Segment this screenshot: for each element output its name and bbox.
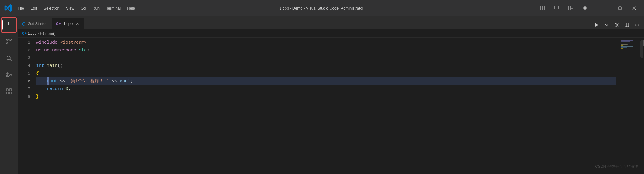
svg-rect-1 <box>543 6 544 10</box>
minimap-content <box>621 40 637 50</box>
breadcrumb-icon: C+ <box>22 31 27 36</box>
menu-selection[interactable]: Selection <box>41 5 62 12</box>
code-line-5: { <box>36 70 616 77</box>
menu-file[interactable]: File <box>15 5 27 12</box>
line-num-6: 6 <box>18 77 30 85</box>
menu-go[interactable]: Go <box>78 5 89 12</box>
code-line-7: return 0; <box>36 85 616 93</box>
menu-run[interactable]: Run <box>89 5 102 12</box>
svg-rect-3 <box>555 10 559 10</box>
vscode-logo <box>3 3 14 13</box>
editor-area: ⬡ Get Started C+ 1.cpp ✕ <box>18 16 644 174</box>
activity-search[interactable] <box>1 50 17 66</box>
menu-terminal[interactable]: Terminal <box>103 5 124 12</box>
breadcrumb-function[interactable]: main() <box>45 31 55 36</box>
svg-marker-24 <box>8 73 11 77</box>
svg-rect-15 <box>6 22 8 25</box>
layout-panel-btn[interactable] <box>536 3 549 13</box>
tab-label-cpp: 1.cpp <box>63 21 73 26</box>
line-num-4: 4 <box>18 62 30 70</box>
tab-bar: ⬡ Get Started C+ 1.cpp ✕ <box>18 16 644 29</box>
tab-close-button[interactable]: ✕ <box>75 21 80 27</box>
line-num-8: 8 <box>18 93 30 101</box>
tab-label-get-started: Get Started <box>28 21 47 26</box>
activity-extensions[interactable] <box>1 84 17 99</box>
svg-rect-8 <box>585 6 587 8</box>
menu-bar: File Edit Selection View Go Run Terminal… <box>15 5 536 12</box>
breadcrumb-symbol-icon: ⬡ <box>40 31 44 36</box>
code-editor[interactable]: 1 2 3 4 5 6 7 8 #include <iostream> usin… <box>18 38 644 174</box>
svg-rect-16 <box>9 23 12 28</box>
split-editor-button[interactable] <box>623 21 631 29</box>
scrollbar[interactable] <box>640 38 644 174</box>
layout-split-btn[interactable] <box>564 3 578 13</box>
more-actions-button[interactable] <box>633 21 641 29</box>
svg-rect-2 <box>555 6 559 9</box>
close-button[interactable] <box>627 3 641 13</box>
svg-point-37 <box>637 25 637 26</box>
svg-rect-0 <box>540 6 542 10</box>
layout-editor-btn[interactable] <box>550 3 563 13</box>
menu-edit[interactable]: Edit <box>28 5 40 12</box>
svg-rect-6 <box>571 9 573 10</box>
line-num-3: 3 <box>18 54 30 62</box>
tab-run-area <box>589 21 644 29</box>
svg-line-23 <box>10 59 12 61</box>
tab-cpp-file[interactable]: C+ 1.cpp ✕ <box>52 18 84 29</box>
svg-rect-10 <box>585 8 587 10</box>
svg-rect-12 <box>619 7 621 10</box>
svg-rect-9 <box>583 8 585 10</box>
svg-rect-31 <box>9 92 12 94</box>
line-num-5: 5 <box>18 70 30 77</box>
breadcrumb: C+ 1.cpp › ⬡ main() <box>18 29 644 38</box>
breadcrumb-file[interactable]: 1.cpp <box>28 31 36 36</box>
code-line-3 <box>36 54 616 62</box>
svg-marker-32 <box>595 23 598 27</box>
svg-rect-11 <box>604 8 608 8</box>
svg-point-21 <box>7 43 8 44</box>
svg-rect-4 <box>569 6 571 10</box>
code-line-4: int main() <box>36 62 616 70</box>
activity-run-debug[interactable] <box>1 67 17 83</box>
minimize-button[interactable] <box>599 3 613 13</box>
svg-rect-30 <box>6 92 8 94</box>
tab-icon-cpp: C+ <box>56 21 61 26</box>
settings-button[interactable] <box>613 21 621 29</box>
svg-point-33 <box>616 24 618 26</box>
svg-rect-35 <box>627 23 629 27</box>
svg-point-22 <box>7 56 10 60</box>
menu-view[interactable]: View <box>63 5 77 12</box>
line-num-1: 1 <box>18 39 30 47</box>
svg-point-25 <box>6 73 7 74</box>
layout-grid-btn[interactable] <box>578 3 592 13</box>
code-content[interactable]: #include <iostream> using namespace std;… <box>33 38 616 174</box>
code-line-8: } <box>36 93 616 101</box>
title-bar: File Edit Selection View Go Run Terminal… <box>0 0 644 16</box>
svg-rect-29 <box>9 89 12 91</box>
svg-rect-28 <box>6 89 8 91</box>
tab-get-started[interactable]: ⬡ Get Started <box>18 18 52 29</box>
svg-rect-5 <box>571 6 573 8</box>
run-button[interactable] <box>592 21 601 29</box>
run-dropdown-button[interactable] <box>603 21 611 29</box>
activity-git[interactable] <box>1 34 17 49</box>
breadcrumb-separator-1: › <box>38 31 39 36</box>
window-controls <box>536 3 641 13</box>
code-line-6: cout << "第1个C++程序！ " << endl; <box>36 77 616 85</box>
line-num-2: 2 <box>18 47 30 54</box>
menu-help[interactable]: Help <box>124 5 138 12</box>
code-line-1: #include <iostream> <box>36 39 616 47</box>
code-line-2: using namespace std; <box>36 47 616 54</box>
svg-point-19 <box>7 39 8 41</box>
svg-point-20 <box>10 39 12 41</box>
svg-text:⬡: ⬡ <box>41 33 43 35</box>
activity-bar <box>0 16 18 174</box>
line-num-7: 7 <box>18 85 30 93</box>
line-numbers: 1 2 3 4 5 6 7 8 <box>18 38 33 174</box>
activity-explorer[interactable] <box>1 17 17 33</box>
svg-rect-34 <box>625 23 627 27</box>
tab-icon-get-started: ⬡ <box>22 21 25 26</box>
maximize-button[interactable] <box>613 3 627 13</box>
minimap <box>616 38 640 174</box>
main-container: ⬡ Get Started C+ 1.cpp ✕ <box>0 16 644 174</box>
